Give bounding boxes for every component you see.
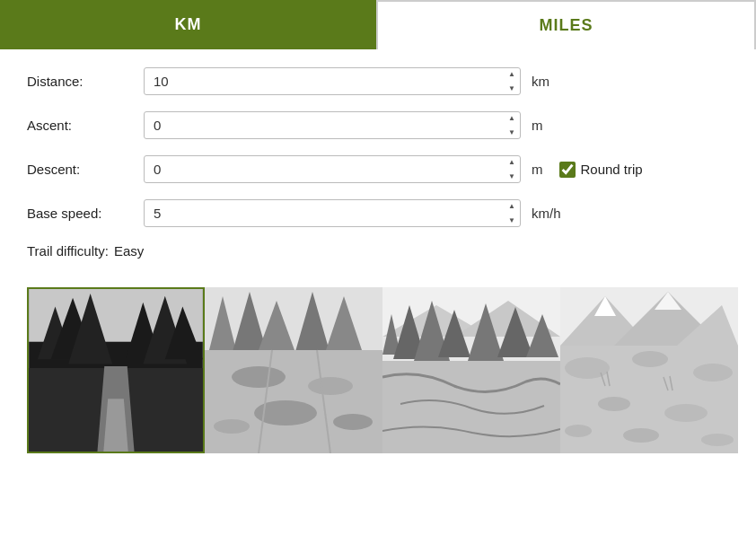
trail-image-3[interactable] bbox=[382, 287, 560, 453]
ascent-input[interactable] bbox=[144, 111, 521, 139]
descent-row: Descent: ▲ ▼ m Round trip bbox=[27, 155, 729, 183]
descent-unit: m bbox=[532, 162, 543, 177]
ascent-down-btn[interactable]: ▼ bbox=[505, 126, 519, 140]
base-speed-row: Base speed: ▲ ▼ km/h bbox=[27, 199, 729, 227]
trail-image-1[interactable] bbox=[27, 287, 205, 453]
svg-point-53 bbox=[664, 404, 708, 422]
ascent-row: Ascent: ▲ ▼ m bbox=[27, 111, 729, 139]
round-trip-wrap: Round trip bbox=[559, 162, 643, 178]
descent-input[interactable] bbox=[144, 155, 521, 183]
trail-image-2[interactable] bbox=[205, 287, 382, 453]
svg-point-49 bbox=[565, 357, 610, 379]
trail-image-4[interactable] bbox=[560, 287, 738, 453]
base-speed-spinner: ▲ ▼ bbox=[505, 199, 519, 227]
ascent-label: Ascent: bbox=[27, 118, 144, 133]
trail-difficulty-row: Trail difficulty : Easy bbox=[27, 243, 729, 259]
trail-difficulty-label: Trail difficulty bbox=[27, 243, 105, 259]
svg-point-23 bbox=[308, 377, 353, 395]
descent-down-btn[interactable]: ▼ bbox=[505, 170, 519, 184]
tab-miles[interactable]: MILES bbox=[376, 0, 756, 49]
descent-label: Descent: bbox=[27, 162, 144, 177]
images-grid bbox=[0, 287, 756, 453]
distance-down-btn[interactable]: ▼ bbox=[505, 82, 519, 96]
trail-difficulty-value: Easy bbox=[114, 243, 144, 259]
round-trip-label: Round trip bbox=[581, 162, 643, 177]
base-speed-down-btn[interactable]: ▼ bbox=[505, 214, 519, 228]
ascent-input-wrap: ▲ ▼ bbox=[144, 111, 521, 139]
app-container: KM MILES Distance: ▲ ▼ km Ascent: ▲ bbox=[0, 0, 756, 544]
svg-point-22 bbox=[232, 366, 286, 388]
descent-up-btn[interactable]: ▲ bbox=[505, 155, 519, 170]
distance-row: Distance: ▲ ▼ km bbox=[27, 67, 729, 95]
svg-point-51 bbox=[693, 364, 733, 382]
descent-input-wrap: ▲ ▼ bbox=[144, 155, 521, 183]
distance-input-wrap: ▲ ▼ bbox=[144, 67, 521, 95]
distance-up-btn[interactable]: ▲ bbox=[505, 67, 519, 82]
svg-point-56 bbox=[701, 434, 734, 446]
svg-point-50 bbox=[632, 351, 668, 367]
svg-point-25 bbox=[214, 419, 250, 434]
ascent-spinner: ▲ ▼ bbox=[505, 111, 519, 139]
ascent-unit: m bbox=[532, 118, 543, 133]
svg-point-52 bbox=[598, 397, 630, 411]
descent-spinner: ▲ ▼ bbox=[505, 155, 519, 183]
base-speed-label: Base speed: bbox=[27, 206, 144, 221]
ascent-up-btn[interactable]: ▲ bbox=[505, 111, 519, 126]
base-speed-input[interactable] bbox=[144, 199, 521, 227]
base-speed-input-wrap: ▲ ▼ bbox=[144, 199, 521, 227]
distance-spinner: ▲ ▼ bbox=[505, 67, 519, 95]
distance-input[interactable] bbox=[144, 67, 521, 95]
round-trip-checkbox[interactable] bbox=[559, 162, 576, 178]
svg-point-26 bbox=[333, 414, 373, 430]
trail-difficulty-colon: : bbox=[105, 243, 109, 259]
base-speed-up-btn[interactable]: ▲ bbox=[505, 199, 519, 214]
distance-label: Distance: bbox=[27, 74, 144, 89]
svg-point-55 bbox=[623, 428, 659, 443]
base-speed-unit: km/h bbox=[532, 206, 561, 221]
form-area: Distance: ▲ ▼ km Ascent: ▲ ▼ m bbox=[0, 49, 756, 284]
svg-point-54 bbox=[565, 425, 592, 437]
tab-bar: KM MILES bbox=[0, 0, 756, 49]
tab-km[interactable]: KM bbox=[0, 0, 376, 49]
distance-unit: km bbox=[532, 74, 549, 89]
